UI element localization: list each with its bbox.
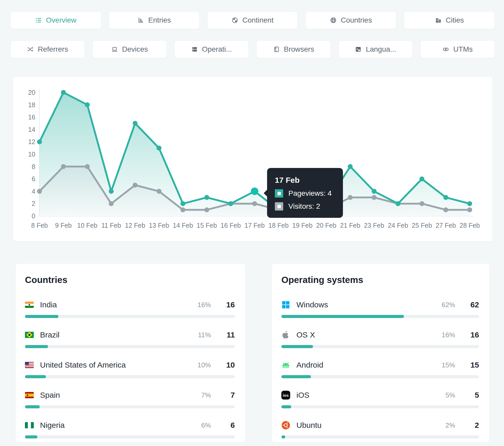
entries-chart-icon bbox=[137, 17, 144, 24]
tab-browsers[interactable]: Browsers bbox=[256, 40, 331, 58]
tooltip-visitors-row: Visitors: 2 bbox=[275, 202, 335, 211]
svg-text:Z: Z bbox=[359, 49, 360, 51]
tooltip-arrow bbox=[264, 190, 267, 197]
svg-text:25 Feb: 25 Feb bbox=[412, 222, 432, 229]
buildings-icon bbox=[435, 17, 442, 24]
traffic-area-chart[interactable]: 024681012141618208 Feb9 Feb10 Feb11 Feb1… bbox=[13, 77, 493, 241]
tab-devices[interactable]: Devices bbox=[92, 40, 167, 58]
os-panel-title: Operating systems bbox=[281, 275, 479, 285]
progress-bar bbox=[25, 375, 235, 378]
tab-label: Continent bbox=[242, 16, 274, 24]
tab-row-secondary: Referrers Devices Operati... Browsers A … bbox=[10, 40, 495, 58]
svg-text:15 Feb: 15 Feb bbox=[197, 222, 217, 229]
svg-text:12 Feb: 12 Feb bbox=[125, 222, 145, 229]
tab-label: UTMs bbox=[453, 45, 473, 53]
tab-overview[interactable]: Overview bbox=[10, 11, 101, 29]
svg-text:8: 8 bbox=[32, 163, 35, 170]
india-flag-icon bbox=[25, 302, 34, 308]
svg-text:24 Feb: 24 Feb bbox=[388, 222, 408, 229]
tab-label: Countries bbox=[341, 16, 372, 24]
pageviews-swatch-icon bbox=[275, 189, 283, 198]
tab-cities[interactable]: Cities bbox=[404, 11, 495, 29]
chart-tooltip: 17 Feb Pageviews: 4 Visitors: 2 bbox=[267, 168, 343, 218]
tab-entries[interactable]: Entries bbox=[109, 11, 200, 29]
svg-text:18: 18 bbox=[28, 101, 35, 109]
svg-text:14: 14 bbox=[28, 126, 35, 133]
svg-text:6: 6 bbox=[32, 175, 35, 183]
progress-bar bbox=[281, 405, 479, 408]
windows-logo-icon bbox=[282, 301, 290, 309]
progress-bar bbox=[281, 435, 479, 438]
svg-text:10 Feb: 10 Feb bbox=[77, 222, 97, 229]
tab-label: Overview bbox=[46, 16, 76, 24]
os-row-ubuntu[interactable]: Ubuntu 2% 2 bbox=[281, 420, 479, 438]
apple-logo-icon bbox=[282, 330, 290, 340]
tab-label: Devices bbox=[122, 45, 148, 53]
svg-text:13 Feb: 13 Feb bbox=[149, 222, 169, 229]
visitors-swatch-icon bbox=[275, 202, 283, 211]
translate-icon: A Z bbox=[355, 46, 362, 53]
nigeria-flag-icon bbox=[25, 422, 34, 428]
countries-panel: Countries India 16% 16 Brazil 11% 11 Uni bbox=[16, 264, 245, 442]
ubuntu-logo-icon bbox=[281, 421, 290, 430]
link-icon bbox=[442, 46, 449, 53]
tab-label: Cities bbox=[446, 16, 464, 24]
tab-label: Referrers bbox=[38, 45, 68, 53]
svg-text:A: A bbox=[356, 48, 358, 50]
svg-text:10: 10 bbox=[28, 151, 35, 158]
os-row-ios[interactable]: ios iOS 5% 5 bbox=[281, 389, 479, 408]
tab-countries[interactable]: Countries bbox=[306, 11, 396, 29]
progress-bar bbox=[281, 315, 479, 318]
tab-languages[interactable]: A Z Langua... bbox=[339, 40, 413, 58]
server-stack-icon bbox=[191, 46, 198, 53]
tab-continent[interactable]: Continent bbox=[207, 11, 298, 29]
tab-row-primary: Overview Entries Continent Countries Cit… bbox=[10, 11, 495, 29]
svg-text:12: 12 bbox=[28, 138, 35, 145]
country-row-brazil[interactable]: Brazil 11% 11 bbox=[25, 329, 235, 348]
svg-text:20 Feb: 20 Feb bbox=[316, 222, 336, 229]
svg-text:14 Feb: 14 Feb bbox=[173, 222, 193, 229]
svg-text:21 Feb: 21 Feb bbox=[340, 222, 360, 229]
tab-referrers[interactable]: Referrers bbox=[10, 40, 85, 58]
svg-text:18 Feb: 18 Feb bbox=[268, 222, 289, 229]
operating-systems-panel: Operating systems Windows 62% 62 bbox=[272, 264, 489, 442]
tooltip-pageviews-value: Pageviews: 4 bbox=[288, 189, 332, 198]
countries-panel-title: Countries bbox=[25, 275, 235, 285]
svg-text:23 Feb: 23 Feb bbox=[364, 222, 384, 229]
svg-text:2: 2 bbox=[32, 200, 35, 207]
svg-text:8 Feb: 8 Feb bbox=[31, 222, 48, 229]
country-row-usa[interactable]: United States of America 10% 10 bbox=[25, 359, 235, 378]
tab-utms[interactable]: UTMs bbox=[420, 40, 495, 58]
country-row-nigeria[interactable]: Nigeria 6% 6 bbox=[25, 420, 235, 438]
spain-flag-icon bbox=[25, 392, 34, 398]
svg-text:4: 4 bbox=[32, 188, 35, 195]
country-row-spain[interactable]: Spain 7% 7 bbox=[25, 389, 235, 408]
browser-window-icon bbox=[273, 46, 280, 53]
os-row-android[interactable]: Android 15% 15 bbox=[281, 359, 479, 378]
svg-text:27 Feb: 27 Feb bbox=[436, 222, 456, 229]
globe-icon bbox=[330, 17, 337, 24]
progress-bar bbox=[25, 405, 235, 408]
os-row-windows[interactable]: Windows 62% 62 bbox=[281, 299, 479, 318]
svg-text:20: 20 bbox=[28, 89, 35, 96]
svg-text:16: 16 bbox=[28, 113, 35, 121]
progress-bar bbox=[281, 345, 479, 348]
progress-bar bbox=[25, 315, 235, 318]
laptop-icon bbox=[111, 46, 118, 53]
svg-text:9 Feb: 9 Feb bbox=[55, 222, 72, 229]
progress-bar bbox=[25, 345, 235, 348]
tooltip-date: 17 Feb bbox=[275, 176, 335, 185]
svg-text:17 Feb: 17 Feb bbox=[244, 222, 265, 229]
svg-text:0: 0 bbox=[32, 212, 35, 220]
tab-label: Langua... bbox=[366, 45, 396, 53]
tab-operating-systems[interactable]: Operati... bbox=[174, 40, 249, 58]
shuffle-icon bbox=[27, 46, 34, 53]
ios-logo-icon: ios bbox=[281, 391, 290, 400]
android-logo-icon bbox=[281, 361, 290, 369]
tooltip-pageviews-row: Pageviews: 4 bbox=[275, 189, 335, 198]
country-row-india[interactable]: India 16% 16 bbox=[25, 299, 235, 318]
os-row-osx[interactable]: OS X 16% 16 bbox=[281, 329, 479, 348]
tab-label: Entries bbox=[148, 16, 171, 24]
list-icon bbox=[35, 17, 42, 24]
tab-label: Browsers bbox=[284, 45, 314, 53]
